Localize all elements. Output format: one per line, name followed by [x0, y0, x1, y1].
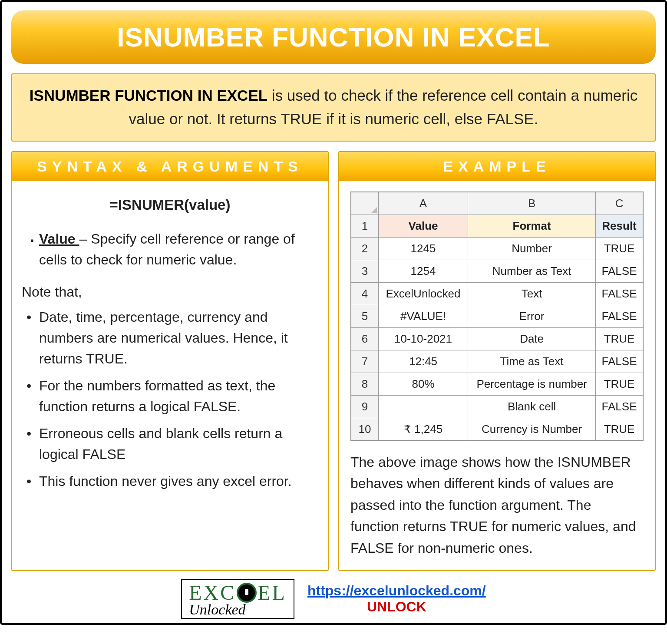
table-row: 10₹ 1,245Currency is NumberTRUE: [351, 418, 643, 441]
col-letter-c: C: [596, 192, 643, 215]
footer: EXC EL Unlocked https://excelunlocked.co…: [11, 579, 656, 619]
table-header-row: 1 Value Format Result: [351, 215, 643, 237]
keyhole-icon: [237, 583, 257, 603]
example-table: A B C 1 Value Format Result 21245NumberT…: [350, 192, 644, 441]
example-body: A B C 1 Value Format Result 21245NumberT…: [339, 181, 655, 571]
table-row: 610-10-2021DateTRUE: [351, 327, 643, 350]
note-heading: Note that,: [22, 281, 317, 302]
logo-top: EXC EL: [189, 582, 287, 603]
example-caption: The above image shows how the ISNUMBER b…: [350, 452, 644, 559]
table-row: 4ExcelUnlockedTextFALSE: [351, 282, 643, 305]
note-item: Date, time, percentage, currency and num…: [39, 307, 317, 369]
table-row: 880%Percentage is numberTRUE: [351, 373, 643, 395]
page-title: ISNUMBER FUNCTION IN EXCEL: [11, 10, 656, 64]
argument-item: Value – Specify cell reference or range …: [39, 228, 317, 270]
logo-text-right: EL: [258, 582, 287, 603]
header-format: Format: [468, 215, 596, 237]
table-row: 31254Number as TextFALSE: [351, 260, 643, 282]
example-header: EXAMPLE: [339, 152, 655, 181]
syntax-body: =ISNUMER(value) Value – Specify cell ref…: [12, 181, 328, 571]
logo-text-left: EXC: [189, 582, 236, 603]
notes-list: Date, time, percentage, currency and num…: [23, 307, 317, 492]
note-item: For the numbers formatted as text, the f…: [39, 375, 317, 417]
note-item: This function never gives any excel erro…: [39, 471, 317, 492]
table-letter-row: A B C: [351, 192, 643, 215]
page-container: ISNUMBER FUNCTION IN EXCEL ISNUMBER FUNC…: [0, 0, 667, 625]
col-letter-a: A: [379, 192, 468, 215]
footer-links: https://excelunlocked.com/ UNLOCK: [307, 583, 486, 615]
description-box: ISNUMBER FUNCTION IN EXCEL is used to ch…: [11, 73, 656, 142]
description-lead: ISNUMBER FUNCTION IN EXCEL: [30, 87, 267, 104]
table-corner: [351, 192, 379, 215]
row-num: 1: [351, 215, 379, 237]
footer-unlock: UNLOCK: [307, 599, 486, 615]
table-row: 9Blank cellFALSE: [351, 395, 643, 418]
header-result: Result: [596, 215, 643, 237]
logo: EXC EL Unlocked: [181, 579, 294, 619]
footer-url[interactable]: https://excelunlocked.com/: [307, 583, 486, 599]
columns: SYNTAX & ARGUMENTS =ISNUMER(value) Value…: [11, 151, 656, 571]
table-row: 712:45Time as TextFALSE: [351, 350, 643, 373]
syntax-formula: =ISNUMER(value): [23, 194, 317, 216]
argument-list: Value – Specify cell reference or range …: [23, 228, 317, 270]
argument-name: Value: [39, 231, 79, 247]
col-letter-b: B: [468, 192, 596, 215]
syntax-header: SYNTAX & ARGUMENTS: [12, 152, 328, 181]
syntax-column: SYNTAX & ARGUMENTS =ISNUMER(value) Value…: [11, 151, 329, 571]
header-value: Value: [379, 215, 468, 237]
table-row: 21245NumberTRUE: [351, 237, 643, 260]
table-row: 5#VALUE!ErrorFALSE: [351, 305, 643, 327]
example-column: EXAMPLE A B C 1 Value Format Result: [338, 151, 656, 571]
note-item: Erroneous cells and blank cells return a…: [39, 423, 317, 465]
logo-bottom: Unlocked: [189, 602, 287, 617]
